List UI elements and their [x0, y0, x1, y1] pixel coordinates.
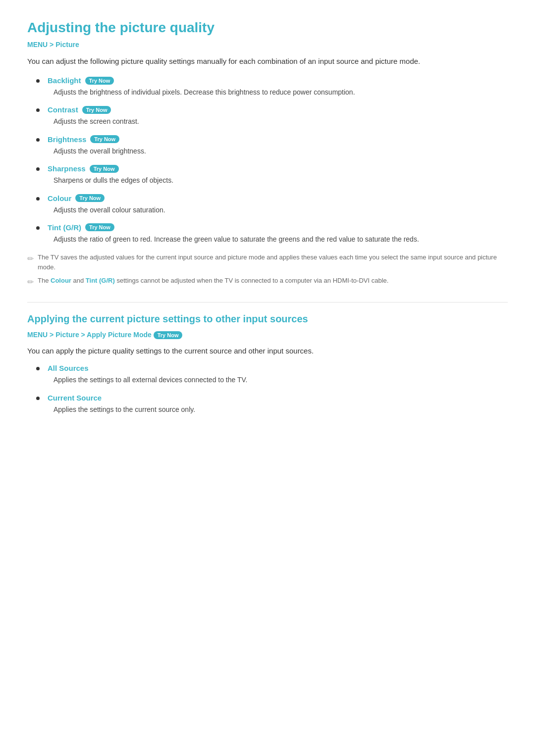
- menu-link-2[interactable]: MENU: [27, 331, 48, 339]
- label-all-sources: All Sources: [48, 364, 89, 372]
- picture-link[interactable]: Picture: [55, 41, 79, 49]
- apply-settings-list: All Sources Applies the settings to all …: [27, 364, 508, 417]
- desc-contrast: Adjusts the screen contrast.: [54, 116, 508, 127]
- menu-link[interactable]: MENU: [27, 41, 48, 49]
- try-now-badge-sharpness[interactable]: Try Now: [90, 165, 119, 173]
- label-tint: Tint (G/R): [48, 223, 81, 232]
- list-item-header-tint: Tint (G/R) Try Now: [27, 223, 508, 232]
- section2-intro: You can apply the picture quality settin…: [27, 345, 508, 357]
- note-text-1: The TV saves the adjusted values for the…: [38, 252, 508, 272]
- list-item-tint: Tint (G/R) Try Now Adjusts the ratio of …: [27, 223, 508, 247]
- try-now-badge-contrast[interactable]: Try Now: [82, 106, 111, 114]
- note-2: ✏ The Colour and Tint (G/R) settings can…: [27, 276, 508, 288]
- breadcrumb: MENU > Picture: [27, 41, 508, 49]
- desc-backlight: Adjusts the brightness of individual pix…: [54, 87, 508, 98]
- intro-text: You can adjust the following picture qua…: [27, 55, 508, 67]
- list-item-header-current-source: Current Source: [27, 394, 508, 402]
- apply-link[interactable]: Apply Picture Mode: [87, 331, 152, 339]
- section-divider: [27, 302, 508, 302]
- try-now-badge-apply[interactable]: Try Now: [154, 331, 183, 339]
- list-item-contrast: Contrast Try Now Adjusts the screen cont…: [27, 105, 508, 129]
- label-colour: Colour: [48, 194, 71, 202]
- label-contrast: Contrast: [48, 105, 78, 114]
- note-icon-1: ✏: [27, 253, 34, 265]
- desc-sharpness: Sharpens or dulls the edges of objects.: [54, 175, 508, 186]
- bullet-colour: [36, 197, 40, 201]
- picture-link-2[interactable]: Picture: [55, 331, 79, 339]
- list-item-header-all-sources: All Sources: [27, 364, 508, 372]
- bullet-sharpness: [36, 167, 40, 171]
- list-item-all-sources: All Sources Applies the settings to all …: [27, 364, 508, 387]
- desc-brightness: Adjusts the overall brightness.: [54, 146, 508, 156]
- list-item-brightness: Brightness Try Now Adjusts the overall b…: [27, 135, 508, 158]
- desc-all-sources: Applies the settings to all external dev…: [54, 374, 508, 385]
- note-icon-2: ✏: [27, 276, 34, 288]
- try-now-badge-brightness[interactable]: Try Now: [90, 135, 119, 143]
- list-item-header-colour: Colour Try Now: [27, 194, 508, 202]
- breadcrumb2-sep2: >: [79, 331, 87, 339]
- desc-colour: Adjusts the overall colour saturation.: [54, 204, 508, 215]
- bullet-current-source: [36, 397, 40, 400]
- list-item-backlight: Backlight Try Now Adjusts the brightness…: [27, 76, 508, 100]
- try-now-badge-tint[interactable]: Try Now: [85, 223, 114, 231]
- label-current-source: Current Source: [48, 394, 102, 402]
- label-brightness: Brightness: [48, 135, 86, 144]
- bullet-backlight: [36, 79, 40, 83]
- bullet-brightness: [36, 138, 40, 142]
- note-tint-bold: Tint (G/R): [86, 277, 115, 284]
- list-item-current-source: Current Source Applies the settings to t…: [27, 394, 508, 417]
- desc-current-source: Applies the settings to the current sour…: [54, 404, 508, 415]
- list-item-header-contrast: Contrast Try Now: [27, 105, 508, 114]
- list-item-header-brightness: Brightness Try Now: [27, 135, 508, 144]
- section2-title: Applying the current picture settings to…: [27, 313, 508, 325]
- label-backlight: Backlight: [48, 76, 81, 85]
- desc-tint: Adjusts the ratio of green to red. Incre…: [54, 234, 508, 245]
- try-now-badge-backlight[interactable]: Try Now: [85, 77, 114, 85]
- note-text-2: The Colour and Tint (G/R) settings canno…: [38, 276, 388, 286]
- list-item-sharpness: Sharpness Try Now Sharpens or dulls the …: [27, 164, 508, 188]
- breadcrumb2-sep1: >: [48, 331, 55, 339]
- page-title: Adjusting the picture quality: [27, 20, 508, 36]
- list-item-colour: Colour Try Now Adjusts the overall colou…: [27, 194, 508, 217]
- breadcrumb-sep1: >: [48, 41, 55, 49]
- try-now-badge-colour[interactable]: Try Now: [75, 194, 105, 202]
- breadcrumb2: MENU > Picture > Apply Picture Mode Try …: [27, 331, 508, 339]
- list-item-header-sharpness: Sharpness Try Now: [27, 164, 508, 173]
- bullet-contrast: [36, 108, 40, 112]
- bullet-tint: [36, 226, 40, 230]
- bullet-all-sources: [36, 367, 40, 370]
- label-sharpness: Sharpness: [48, 164, 86, 173]
- list-item-header-backlight: Backlight Try Now: [27, 76, 508, 85]
- note-colour-bold: Colour: [51, 277, 71, 284]
- picture-settings-list: Backlight Try Now Adjusts the brightness…: [27, 76, 508, 247]
- note-1: ✏ The TV saves the adjusted values for t…: [27, 252, 508, 272]
